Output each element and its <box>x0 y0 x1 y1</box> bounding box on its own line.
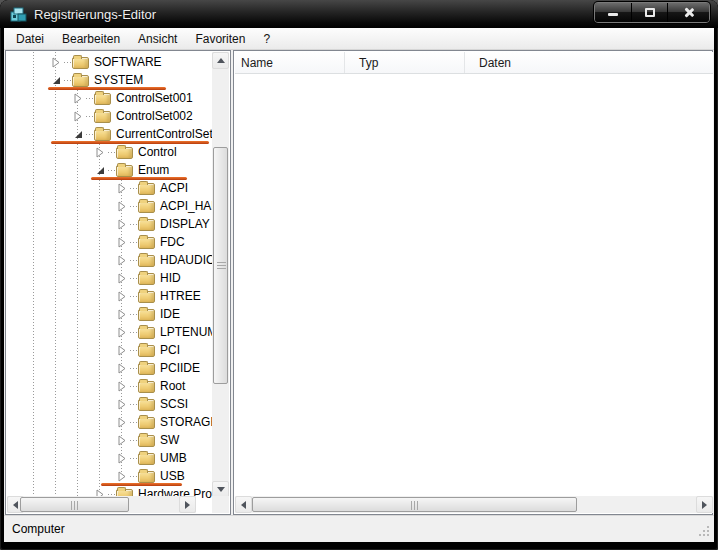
expand-toggle-icon[interactable] <box>70 108 86 124</box>
expand-toggle-icon[interactable] <box>114 396 130 412</box>
column-header-typ[interactable]: Typ <box>345 52 465 73</box>
tree-item-currentcontrolset[interactable]: CurrentControlSet <box>7 125 213 143</box>
tree-item-software[interactable]: SOFTWARE <box>7 53 213 71</box>
column-header-daten[interactable]: Daten <box>465 52 713 73</box>
tree-connector-dots <box>130 206 138 207</box>
scroll-up-button[interactable] <box>212 52 229 69</box>
close-button[interactable] <box>667 3 709 22</box>
expand-toggle-icon[interactable] <box>114 198 130 214</box>
expand-toggle-icon[interactable] <box>114 342 130 358</box>
tree-horizontal-scrollbar[interactable] <box>7 496 196 513</box>
tree-item-lptenum[interactable]: LPTENUM <box>7 323 213 341</box>
tree-item-pciide[interactable]: PCIIDE <box>7 359 213 377</box>
horizontal-scroll-thumb[interactable] <box>20 497 129 512</box>
scroll-right-button[interactable] <box>696 496 713 513</box>
expand-toggle-icon[interactable] <box>114 360 130 376</box>
folder-icon <box>72 75 89 87</box>
expand-toggle-icon[interactable] <box>114 450 130 466</box>
arrow-left-icon <box>13 501 18 509</box>
tree-item-controlset002[interactable]: ControlSet002 <box>7 107 213 125</box>
folder-icon <box>94 93 111 105</box>
folder-icon <box>138 183 155 195</box>
title-bar[interactable]: Registrierungs-Editor <box>0 0 718 28</box>
arrow-down-icon <box>217 487 225 492</box>
column-header-name[interactable]: Name <box>235 52 345 73</box>
tree-item-label: SCSI <box>160 397 188 411</box>
tree-item-system[interactable]: SYSTEM <box>7 71 213 89</box>
registry-editor-window: Registrierungs-Editor Datei Bearbeiten A… <box>0 0 718 550</box>
tree-item-umb[interactable]: UMB <box>7 449 213 467</box>
expand-toggle-icon[interactable] <box>114 324 130 340</box>
expand-toggle-icon[interactable] <box>70 90 86 106</box>
expand-toggle-icon[interactable] <box>114 252 130 268</box>
expand-toggle-icon[interactable] <box>114 288 130 304</box>
horizontal-scroll-thumb[interactable] <box>252 497 577 512</box>
expand-toggle-icon[interactable] <box>114 414 130 430</box>
tree-item-pci[interactable]: PCI <box>7 341 213 359</box>
tree-item-controlset001[interactable]: ControlSet001 <box>7 89 213 107</box>
scroll-left-button[interactable] <box>235 496 252 513</box>
folder-icon <box>138 399 155 411</box>
thumb-grip <box>71 501 79 510</box>
expand-toggle-icon[interactable] <box>92 144 108 160</box>
folder-icon <box>138 471 155 483</box>
expand-toggle-icon[interactable] <box>114 180 130 196</box>
menu-item-ansicht[interactable]: Ansicht <box>129 29 186 49</box>
annotation-underline <box>91 177 187 180</box>
list-horizontal-scrollbar[interactable] <box>235 496 713 513</box>
tree-item-enum[interactable]: Enum <box>7 161 213 179</box>
list-column-headers: Name Typ Daten <box>235 52 713 74</box>
tree-item-control[interactable]: Control <box>7 143 213 161</box>
tree-item-label: IDE <box>160 307 180 321</box>
expand-toggle-icon[interactable] <box>114 306 130 322</box>
tree-vertical-scrollbar[interactable] <box>212 52 229 498</box>
tree-item-hid[interactable]: HID <box>7 269 213 287</box>
tree-item-root[interactable]: Root <box>7 377 213 395</box>
menu-item-bearbeiten[interactable]: Bearbeiten <box>53 29 129 49</box>
tree-item-sw[interactable]: SW <box>7 431 213 449</box>
tree-connector-dots <box>130 278 138 279</box>
expand-toggle-icon[interactable] <box>92 162 108 178</box>
tree-connector-dots <box>108 170 116 171</box>
expand-toggle-icon[interactable] <box>114 468 130 484</box>
scrollbar-corner <box>212 496 229 513</box>
tree-item-fdc[interactable]: FDC <box>7 233 213 251</box>
arrow-up-icon <box>217 58 225 63</box>
folder-icon <box>138 417 155 429</box>
expand-toggle-icon[interactable] <box>114 432 130 448</box>
tree-item-scsi[interactable]: SCSI <box>7 395 213 413</box>
folder-icon <box>138 453 155 465</box>
expand-toggle-icon[interactable] <box>48 72 64 88</box>
folder-icon <box>116 147 133 159</box>
tree-item-htree[interactable]: HTREE <box>7 287 213 305</box>
tree-item-acpi[interactable]: ACPI <box>7 179 213 197</box>
status-text: Computer <box>12 522 65 536</box>
vertical-scroll-thumb[interactable] <box>213 147 228 384</box>
scroll-right-button[interactable] <box>179 496 196 513</box>
expand-toggle-icon[interactable] <box>114 216 130 232</box>
tree-item-acpi-hal[interactable]: ACPI_HAL <box>7 197 213 215</box>
expand-toggle-icon[interactable] <box>114 378 130 394</box>
tree-connector-dots <box>130 386 138 387</box>
menu-item-favoriten[interactable]: Favoriten <box>186 29 254 49</box>
tree-item-hdaudio[interactable]: HDAUDIO <box>7 251 213 269</box>
tree-connector-dots <box>130 332 138 333</box>
minimize-button[interactable] <box>595 3 631 22</box>
menu-item-help[interactable]: ? <box>254 29 279 49</box>
resize-grip[interactable] <box>699 526 711 538</box>
menu-item-datei[interactable]: Datei <box>7 29 53 49</box>
value-list-body[interactable] <box>235 74 713 497</box>
expand-toggle-icon[interactable] <box>48 54 64 70</box>
tree-connector-dots <box>130 458 138 459</box>
arrow-left-icon <box>241 501 246 509</box>
column-label: Typ <box>359 56 378 70</box>
tree-item-storage[interactable]: STORAGE <box>7 413 213 431</box>
expand-toggle-icon[interactable] <box>114 234 130 250</box>
expand-toggle-icon[interactable] <box>70 126 86 142</box>
tree-item-display[interactable]: DISPLAY <box>7 215 213 233</box>
expand-toggle-icon[interactable] <box>114 270 130 286</box>
tree-item-usb[interactable]: USB <box>7 467 213 485</box>
tree-item-ide[interactable]: IDE <box>7 305 213 323</box>
maximize-button[interactable] <box>631 3 667 22</box>
tree-item-label: SYSTEM <box>94 73 143 87</box>
